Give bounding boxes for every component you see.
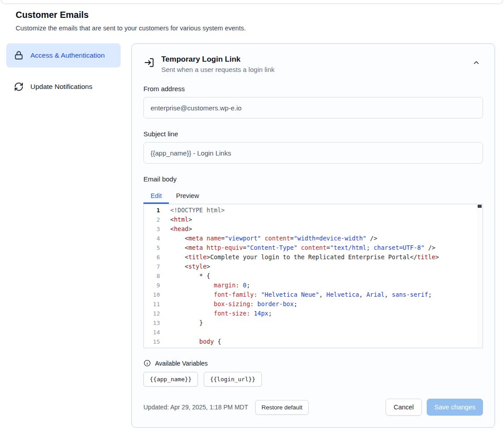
- lock-icon: [13, 50, 24, 61]
- subject-line-label: Subject line: [143, 130, 483, 138]
- panel-header-text: Temporary Login Link Sent when a user re…: [161, 55, 274, 73]
- temporary-login-link-panel: Temporary Login Link Sent when a user re…: [131, 43, 495, 428]
- panel-subtitle: Sent when a user requests a login link: [161, 66, 274, 73]
- available-variables-label: Available Variables: [155, 360, 208, 367]
- variable-chips: {{app_name}} {{login_url}}: [143, 372, 483, 387]
- cancel-button[interactable]: Cancel: [386, 399, 422, 416]
- panel-footer: Updated: Apr 29, 2025, 1:18 PM MDT Resto…: [143, 399, 483, 416]
- collapse-button[interactable]: [470, 56, 483, 71]
- email-body-group: Email body Edit Preview 1<!DOCTYPE html>…: [143, 175, 483, 348]
- tab-edit[interactable]: Edit: [143, 188, 169, 204]
- variable-chip-app-name[interactable]: {{app_name}}: [143, 372, 198, 387]
- page-title: Customer Emails: [16, 10, 504, 20]
- editor-tabs: Edit Preview: [143, 188, 483, 204]
- sidebar-item-access-authentication[interactable]: Access & Authentication: [6, 43, 121, 67]
- info-icon: [143, 359, 151, 367]
- code-editor-lines: 1<!DOCTYPE html>2<html>3<head>4 <meta na…: [144, 206, 483, 348]
- from-address-input[interactable]: [143, 97, 483, 118]
- panel-title: Temporary Login Link: [161, 55, 274, 64]
- save-changes-button[interactable]: Save changes: [427, 399, 483, 416]
- editor-scrollbar-thumb[interactable]: [478, 205, 482, 208]
- page-subtitle: Customize the emails that are sent to yo…: [16, 25, 504, 32]
- previous-card-bottom-edge: [1, 0, 503, 4]
- sidebar-item-label: Update Notifications: [30, 83, 92, 91]
- sidebar-item-update-notifications[interactable]: Update Notifications: [6, 75, 121, 99]
- email-body-label: Email body: [143, 175, 483, 183]
- refresh-icon: [13, 81, 24, 92]
- subject-line-group: Subject line: [143, 130, 483, 164]
- sidebar-item-label: Access & Authentication: [30, 51, 105, 59]
- subject-line-input[interactable]: [143, 142, 483, 164]
- code-editor[interactable]: 1<!DOCTYPE html>2<html>3<head>4 <meta na…: [143, 204, 483, 348]
- from-address-label: From address: [143, 85, 483, 93]
- tab-preview[interactable]: Preview: [169, 188, 206, 204]
- editor-scrollbar[interactable]: [477, 205, 482, 347]
- email-categories-sidebar: Access & Authentication Update Notificat…: [6, 43, 121, 99]
- login-icon: [143, 57, 155, 68]
- updated-timestamp: Updated: Apr 29, 2025, 1:18 PM MDT: [143, 404, 248, 411]
- chevron-up-icon: [472, 61, 480, 68]
- from-address-group: From address: [143, 85, 483, 118]
- content-area: Access & Authentication Update Notificat…: [0, 43, 504, 428]
- variable-chip-login-url[interactable]: {{login_url}}: [204, 372, 262, 387]
- restore-default-button[interactable]: Restore default: [255, 400, 309, 415]
- available-variables-row: Available Variables: [143, 359, 483, 367]
- panel-header: Temporary Login Link Sent when a user re…: [143, 55, 483, 73]
